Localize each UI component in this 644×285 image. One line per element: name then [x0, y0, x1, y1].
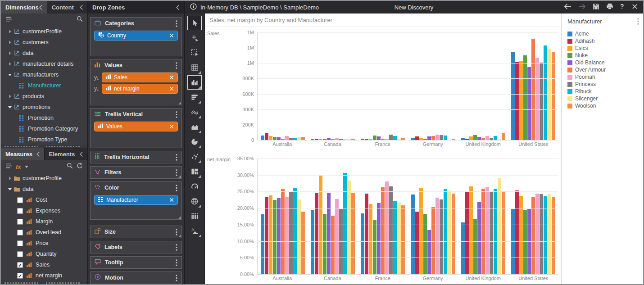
search-icon[interactable]	[67, 163, 73, 171]
bar[interactable]	[385, 139, 389, 140]
info-icon[interactable]	[190, 3, 197, 11]
collapse-chevron-icon[interactable]	[79, 151, 83, 157]
bar[interactable]	[481, 138, 485, 140]
bar[interactable]	[315, 139, 318, 140]
bar[interactable]	[281, 139, 285, 140]
dimension-item[interactable]: customerProfile	[1, 26, 87, 37]
pie-chart-tool[interactable]	[187, 135, 202, 149]
bar[interactable]	[373, 220, 376, 274]
chip-manufacturer[interactable]: Manufacturer	[94, 195, 178, 205]
legend-item[interactable]: Princess	[567, 81, 640, 88]
horizontal-scrollbar[interactable]	[1, 281, 87, 284]
dropzone-cat[interactable]: CategoriesCountry	[90, 17, 182, 56]
bar[interactable]	[477, 137, 481, 140]
kebab-menu-icon[interactable]	[174, 111, 179, 118]
collapse-chevron-icon[interactable]	[36, 151, 40, 157]
bar[interactable]	[473, 219, 477, 274]
collapse-chevron-icon[interactable]	[39, 5, 43, 10]
tab-elements[interactable]: Elements	[44, 148, 88, 160]
bar[interactable]	[323, 214, 327, 274]
bar[interactable]	[277, 137, 281, 140]
checkbox-unchecked[interactable]	[17, 219, 23, 225]
chip-net-margin[interactable]: net margin	[102, 84, 178, 94]
bar[interactable]	[385, 181, 389, 274]
dropzone-siz[interactable]: Size	[90, 226, 182, 238]
checkbox-unchecked[interactable]	[17, 208, 23, 214]
bar[interactable]	[331, 139, 335, 140]
legend-item[interactable]: Over Armour	[567, 66, 640, 73]
bar[interactable]	[440, 135, 443, 140]
kebab-menu-icon[interactable]	[174, 185, 179, 191]
dropzone-tip[interactable]: Tooltip	[90, 256, 182, 269]
bar[interactable]	[523, 210, 527, 274]
bar[interactable]	[461, 222, 465, 274]
bar[interactable]	[393, 136, 397, 140]
bar[interactable]	[365, 139, 368, 140]
bar[interactable]	[377, 136, 381, 140]
bar[interactable]	[261, 136, 264, 140]
kebab-menu-icon[interactable]	[174, 244, 179, 251]
bar[interactable]	[490, 138, 493, 140]
bar[interactable]	[452, 194, 455, 274]
bar[interactable]	[381, 187, 385, 274]
bar[interactable]	[339, 139, 343, 140]
checkbox-unchecked[interactable]	[17, 230, 23, 235]
expand-arrow-icon[interactable]	[6, 41, 14, 44]
chip-country[interactable]: Country	[94, 31, 178, 41]
kebab-menu-icon[interactable]	[636, 18, 640, 25]
measure-item[interactable]: Quantity	[1, 249, 87, 259]
bar[interactable]	[347, 181, 351, 274]
bar[interactable]	[494, 136, 497, 140]
remove-chip-icon[interactable]	[169, 75, 174, 80]
kebab-menu-icon[interactable]	[174, 259, 179, 266]
list-view-icon[interactable]	[5, 163, 12, 171]
bar[interactable]	[265, 133, 268, 140]
print-icon[interactable]	[606, 3, 613, 12]
dropzone-mot[interactable]: Motion	[90, 271, 182, 284]
dropzone-fil[interactable]: Filters	[90, 166, 182, 179]
bar[interactable]	[535, 58, 539, 140]
bar[interactable]	[293, 188, 297, 274]
bar[interactable]	[540, 63, 543, 140]
kebab-menu-icon[interactable]	[174, 20, 179, 27]
element-item[interactable]: Promotion Category	[1, 123, 87, 134]
bar[interactable]	[423, 214, 427, 274]
kebab-menu-icon[interactable]	[174, 154, 179, 161]
measure-item[interactable]: Expenses	[1, 205, 87, 216]
bar[interactable]	[343, 140, 347, 140]
lasso-select-tool[interactable]	[187, 31, 202, 45]
bar[interactable]	[515, 190, 519, 275]
bar[interactable]	[315, 193, 318, 274]
bar[interactable]	[273, 200, 277, 274]
bar[interactable]	[389, 186, 393, 274]
bar[interactable]	[473, 135, 477, 140]
bar[interactable]	[535, 194, 539, 274]
legend-item[interactable]: Slicenger	[567, 95, 640, 102]
bar[interactable]	[273, 137, 277, 140]
scatter-chart-tool[interactable]	[187, 149, 202, 164]
bar[interactable]	[347, 139, 351, 140]
measure-folder[interactable]: customerProfile	[1, 173, 87, 184]
bar[interactable]	[423, 139, 427, 140]
bar[interactable]	[289, 138, 293, 140]
horizontal-scrollbar[interactable]	[1, 145, 87, 148]
bar[interactable]	[401, 138, 405, 140]
bar[interactable]	[485, 187, 489, 274]
expand-arrow-icon[interactable]	[6, 95, 14, 98]
measure-item[interactable]: Margin	[1, 216, 87, 227]
chip-sales[interactable]: Sales	[102, 72, 178, 82]
bar[interactable]	[519, 196, 523, 274]
bar[interactable]	[343, 173, 347, 274]
bar-chart-tool[interactable]	[187, 90, 202, 104]
refresh-icon[interactable]	[77, 163, 83, 171]
legend-item[interactable]: Adihash	[567, 37, 640, 45]
kebab-menu-icon[interactable]	[174, 275, 179, 281]
measure-item[interactable]: Cost	[1, 195, 87, 205]
tab-content[interactable]: Content	[47, 1, 87, 14]
help-icon[interactable]: ?	[620, 3, 625, 12]
bar[interactable]	[498, 139, 501, 140]
bar[interactable]	[427, 230, 431, 274]
bar[interactable]	[431, 207, 435, 274]
bar[interactable]	[485, 136, 489, 140]
bar[interactable]	[415, 212, 419, 275]
